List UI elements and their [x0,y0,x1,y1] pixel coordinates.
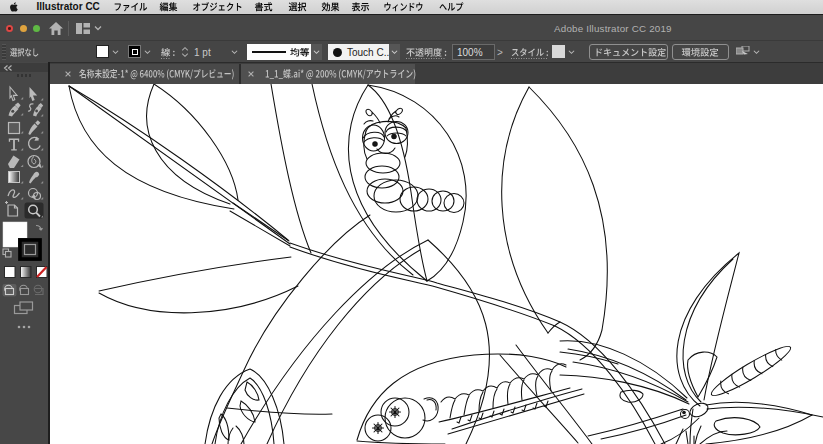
svg-text:Illustrator CC: Illustrator CC [37,1,100,12]
